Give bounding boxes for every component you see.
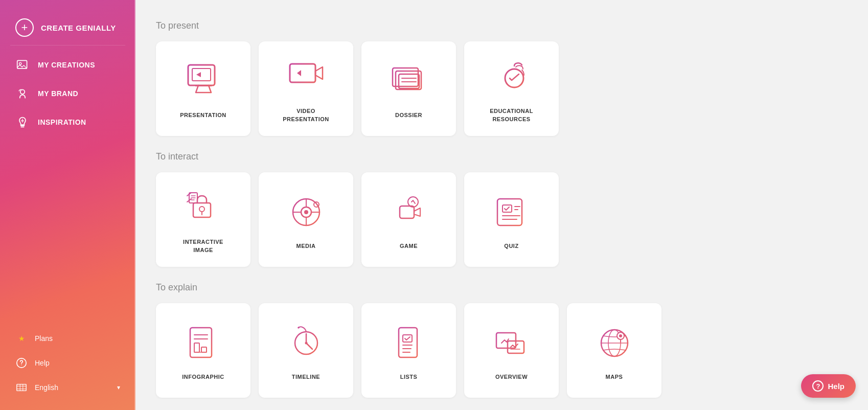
media-label: MEDIA [296, 242, 316, 250]
main-content: To present [135, 0, 868, 410]
inspiration-label: INSPIRATION [38, 118, 86, 126]
svg-point-4 [21, 365, 21, 365]
sidebar-bottom: ★ Plans Help [0, 321, 135, 410]
svg-point-26 [408, 197, 418, 207]
timeline-icon [283, 320, 329, 366]
overview-label: OVERVIEW [495, 373, 528, 381]
sidebar-item-inspiration[interactable]: INSPIRATION [10, 108, 125, 136]
educational-icon [489, 54, 535, 100]
lists-icon [386, 320, 432, 366]
section-to-interact: To interact [156, 151, 848, 267]
help-fab-button[interactable]: ? Help [801, 374, 856, 398]
create-genially-button[interactable]: + CREATE GENIALLY [10, 10, 125, 45]
cards-grid-explain: INFOGRAPHIC [156, 303, 848, 398]
card-maps[interactable]: MAPS [567, 303, 661, 398]
sidebar-item-language[interactable]: English ▾ [10, 375, 125, 400]
sidebar-item-plans[interactable]: ★ Plans [10, 326, 125, 351]
infographic-icon [180, 320, 226, 366]
svg-rect-33 [190, 328, 212, 357]
timeline-label: TIMELINE [292, 373, 320, 381]
sidebar-divider [134, 0, 135, 410]
my-creations-label: MY CREATIONS [38, 61, 95, 69]
card-presentation[interactable]: PRESENTATION [156, 41, 250, 136]
quiz-label: QUIZ [504, 242, 518, 250]
interactive-image-label: INTERACTIVEIMAGE [183, 238, 223, 254]
dossier-label: DOSSIER [395, 111, 422, 119]
card-media[interactable]: MEDIA [259, 172, 353, 267]
card-timeline[interactable]: TIMELINE [259, 303, 353, 398]
card-overview[interactable]: OVERVIEW [464, 303, 559, 398]
star-icon: ★ [15, 332, 28, 345]
plans-label: Plans [35, 334, 53, 343]
chevron-down-icon: ▾ [117, 384, 120, 391]
overview-icon [489, 320, 535, 366]
svg-point-16 [199, 207, 204, 212]
cards-grid-interact: INTERACTIVEIMAGE [156, 172, 848, 267]
cards-grid-present: PRESENTATION [156, 41, 848, 136]
sidebar-item-my-brand[interactable]: MY BRAND [10, 79, 125, 108]
help-circle-icon [15, 357, 28, 369]
educational-resources-label: EDUCATIONALRESOURCES [490, 107, 533, 123]
dossier-icon [386, 58, 432, 104]
video-presentation-icon [283, 54, 329, 100]
card-infographic[interactable]: INFOGRAPHIC [156, 303, 250, 398]
help-label: Help [35, 359, 50, 367]
presentation-icon [180, 58, 226, 104]
section-title-to-explain: To explain [156, 282, 848, 293]
svg-rect-37 [201, 347, 207, 352]
presentation-label: PRESENTATION [180, 111, 226, 119]
section-title-to-present: To present [156, 20, 848, 31]
svg-point-40 [305, 341, 307, 344]
help-fab-label: Help [828, 382, 844, 391]
image-icon [15, 58, 30, 72]
card-educational-resources[interactable]: EDUCATIONALRESOURCES [464, 41, 559, 136]
lists-label: LISTS [400, 373, 418, 381]
media-icon [283, 189, 329, 235]
card-game[interactable]: GAME [361, 172, 456, 267]
svg-point-1 [19, 62, 21, 64]
maps-label: MAPS [606, 373, 623, 381]
interactive-image-icon [180, 185, 226, 231]
inspiration-icon [15, 115, 30, 129]
card-lists[interactable]: LISTS [361, 303, 456, 398]
svg-point-52 [619, 334, 622, 337]
plus-icon: + [15, 18, 34, 37]
help-circle-icon: ? [812, 380, 824, 392]
create-genially-label: CREATE GENIALLY [41, 24, 116, 32]
quiz-icon [489, 189, 535, 235]
svg-point-2 [20, 89, 25, 94]
svg-rect-5 [17, 384, 26, 391]
maps-icon [591, 320, 637, 366]
svg-rect-7 [192, 69, 211, 81]
flag-icon [15, 381, 28, 394]
card-video-presentation[interactable]: VIDEOPRESENTATION [259, 41, 353, 136]
sidebar: + CREATE GENIALLY MY CREATIONS [0, 0, 135, 410]
sidebar-item-help[interactable]: Help [10, 351, 125, 375]
game-label: GAME [400, 242, 418, 250]
language-label: English [35, 383, 58, 392]
card-dossier[interactable]: DOSSIER [361, 41, 456, 136]
svg-rect-8 [290, 64, 315, 82]
section-title-to-interact: To interact [156, 151, 848, 162]
sidebar-item-my-creations[interactable]: MY CREATIONS [10, 51, 125, 79]
card-quiz[interactable]: QUIZ [464, 172, 559, 267]
game-icon [386, 189, 432, 235]
section-to-explain: To explain [156, 282, 848, 398]
svg-rect-25 [400, 206, 414, 218]
infographic-label: INFOGRAPHIC [182, 373, 224, 381]
svg-rect-36 [194, 343, 199, 352]
sidebar-top: + CREATE GENIALLY MY CREATIONS [0, 0, 135, 142]
my-brand-label: MY BRAND [38, 89, 78, 98]
video-presentation-label: VIDEOPRESENTATION [283, 107, 329, 123]
brand-icon [15, 86, 30, 101]
svg-point-23 [304, 210, 308, 214]
card-interactive-image[interactable]: INTERACTIVEIMAGE [156, 172, 250, 267]
section-to-present: To present [156, 20, 848, 136]
